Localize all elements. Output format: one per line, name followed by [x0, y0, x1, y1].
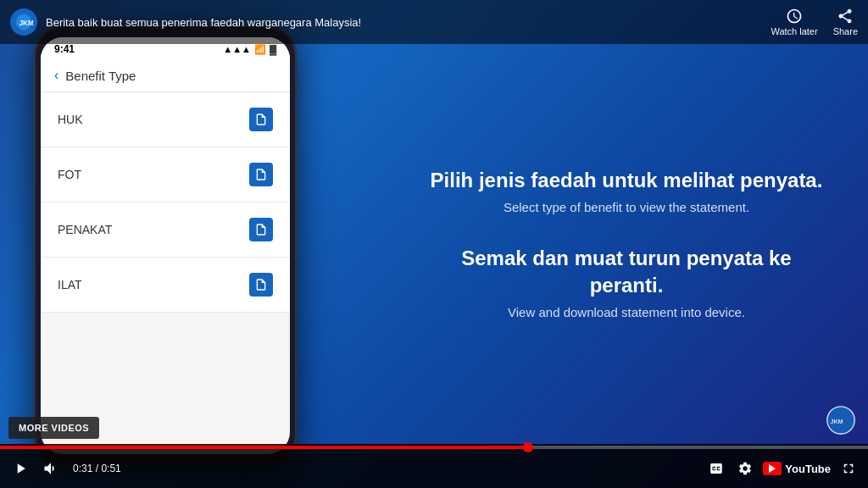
share-button[interactable]: Share — [833, 8, 858, 36]
status-icons: ▲▲▲ 📶 ▓ — [223, 44, 276, 55]
phone-screen: 9:41 ▲▲▲ 📶 ▓ ‹ Benefit Type HUK — [41, 37, 290, 454]
benefit-name-ilat: ILAT — [58, 278, 82, 291]
video-title: Berita baik buat semua penerima faedah w… — [46, 16, 760, 29]
second-headline: Semak dan muat turun penyata ke peranti. — [427, 245, 826, 297]
benefit-item-ilat[interactable]: ILAT — [41, 258, 290, 313]
benefit-icon-ilat — [249, 273, 273, 297]
benefit-icon-fot — [249, 163, 273, 186]
top-bar: JKM Berita baik buat semua penerima faed… — [0, 0, 868, 44]
benefit-type-title: Benefit Type — [65, 69, 136, 83]
main-headline: Pilih jenis faedah untuk melihat penyata… — [431, 167, 823, 193]
play-button[interactable] — [8, 457, 32, 480]
controls-bottom: 0:31 / 0:51 YouTube — [0, 449, 868, 488]
channel-logo: JKM — [10, 8, 37, 36]
fullscreen-button[interactable] — [837, 458, 860, 480]
benefit-item-huk[interactable]: HUK — [41, 92, 290, 147]
progress-filled — [0, 446, 528, 449]
cc-button[interactable] — [705, 458, 727, 480]
right-content: Pilih jenis faedah untuk melihat penyata… — [385, 44, 868, 442]
benefit-name-fot: FOT — [58, 168, 81, 181]
youtube-icon — [763, 462, 782, 475]
benefit-item-penakat[interactable]: PENAKAT — [41, 202, 290, 258]
youtube-logo: YouTube — [763, 462, 831, 475]
battery-icon: ▓ — [270, 44, 276, 54]
svg-text:JKM: JKM — [19, 19, 34, 27]
video-player: JKM Berita baik buat semua penerima faed… — [0, 0, 868, 488]
controls-bar: 0:31 / 0:51 YouTube — [0, 444, 868, 488]
benefit-icon-huk — [249, 108, 273, 131]
top-actions: Watch later Share — [771, 8, 858, 36]
settings-button[interactable] — [734, 458, 756, 480]
benefit-icon-penakat — [249, 218, 273, 241]
back-button[interactable]: ‹ — [54, 68, 58, 83]
benefit-list: HUK FOT PENAKAT — [41, 92, 290, 313]
svg-text:JKM: JKM — [830, 418, 843, 425]
progress-dot — [523, 442, 533, 452]
signal-icon: ▲▲▲ — [223, 44, 251, 54]
bottom-watermark: JKM — [826, 405, 856, 439]
more-videos-button[interactable]: MORE VIDEOS — [8, 417, 99, 439]
progress-bar[interactable] — [0, 446, 868, 449]
second-sub: View and download statement into device. — [508, 305, 745, 319]
benefit-name-huk: HUK — [58, 113, 83, 126]
phone-time: 9:41 — [54, 43, 75, 55]
sub-headline: Select type of benefit to view the state… — [504, 200, 749, 214]
benefit-item-fot[interactable]: FOT — [41, 147, 290, 202]
phone-mockup: 9:41 ▲▲▲ 📶 ▓ ‹ Benefit Type HUK — [34, 25, 297, 466]
phone-header: ‹ Benefit Type — [41, 61, 290, 92]
watch-later-button[interactable]: Watch later — [771, 8, 817, 36]
volume-button[interactable] — [39, 457, 63, 480]
time-display: 0:31 / 0:51 — [73, 463, 121, 474]
benefit-name-penakat: PENAKAT — [58, 223, 112, 236]
wifi-icon: 📶 — [254, 44, 266, 55]
